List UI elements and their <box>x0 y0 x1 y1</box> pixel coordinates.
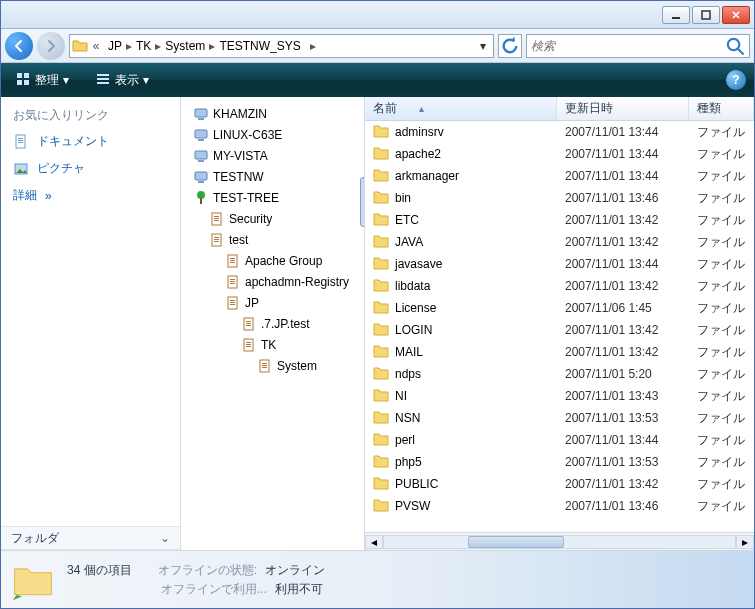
scroll-thumb[interactable] <box>468 536 564 548</box>
file-row[interactable]: NSN2007/11/01 13:53ファイル <box>365 407 754 429</box>
file-row[interactable]: MAIL2007/11/01 13:42ファイル <box>365 341 754 363</box>
breadcrumb-item[interactable]: JP <box>104 39 126 53</box>
organize-button[interactable]: 整理 ▾ <box>9 67 75 94</box>
back-button[interactable] <box>5 32 33 60</box>
breadcrumb-item[interactable]: System <box>161 39 209 53</box>
folder-icon <box>373 146 389 163</box>
breadcrumb-item[interactable]: TESTNW_SYS <box>215 39 304 53</box>
file-row[interactable]: arkmanager2007/11/01 13:44ファイル <box>365 165 754 187</box>
maximize-button[interactable] <box>692 6 720 24</box>
svg-rect-12 <box>18 140 23 141</box>
folder-icon <box>373 300 389 317</box>
file-row[interactable]: LOGIN2007/11/01 13:42ファイル <box>365 319 754 341</box>
folder-icon <box>373 432 389 449</box>
favorite-documents[interactable]: ドキュメント <box>1 128 180 155</box>
tree-node[interactable]: Security <box>181 208 364 229</box>
column-header-name[interactable]: 名前 ▴ <box>365 97 557 120</box>
file-name: ETC <box>395 213 419 227</box>
tree-label: MY-VISTA <box>213 149 268 163</box>
folder-icon <box>11 558 55 602</box>
refresh-button[interactable] <box>498 34 522 58</box>
file-type: ファイル <box>689 366 754 383</box>
file-name: libdata <box>395 279 430 293</box>
tree-node[interactable]: TK <box>181 334 364 355</box>
favorite-more[interactable]: 詳細 » <box>1 182 180 209</box>
file-name: bin <box>395 191 411 205</box>
file-name: NSN <box>395 411 420 425</box>
scroll-track[interactable] <box>383 535 736 549</box>
search-icon[interactable] <box>725 36 745 56</box>
tree-node[interactable]: apchadmn-Registry <box>181 271 364 292</box>
file-row[interactable]: JAVA2007/11/01 13:42ファイル <box>365 231 754 253</box>
tree-node[interactable]: TESTNW <box>181 166 364 187</box>
file-row[interactable]: ETC2007/11/01 13:42ファイル <box>365 209 754 231</box>
close-button[interactable] <box>722 6 750 24</box>
tree-node[interactable]: .7.JP.test <box>181 313 364 334</box>
file-row[interactable]: bin2007/11/01 13:46ファイル <box>365 187 754 209</box>
item-count: 34 個の項目 <box>67 562 132 579</box>
address-bar[interactable]: « JP▸TK▸System▸TESTNW_SYS ▸ ▾ <box>69 34 494 58</box>
file-row[interactable]: libdata2007/11/01 13:42ファイル <box>365 275 754 297</box>
file-row[interactable]: PVSW2007/11/01 13:46ファイル <box>365 495 754 517</box>
help-button[interactable]: ? <box>726 70 746 90</box>
scroll-right-button[interactable]: ▸ <box>736 535 754 549</box>
file-row[interactable]: perl2007/11/01 13:44ファイル <box>365 429 754 451</box>
svg-rect-52 <box>246 344 251 345</box>
svg-rect-10 <box>16 135 25 148</box>
tree-node[interactable]: JP <box>181 292 364 313</box>
tree-node[interactable]: TEST-TREE <box>181 187 364 208</box>
file-name: arkmanager <box>395 169 459 183</box>
file-row[interactable]: javasave2007/11/01 13:44ファイル <box>365 253 754 275</box>
tree-node[interactable]: Apache Group <box>181 250 364 271</box>
chevron-down-icon: » <box>45 189 52 203</box>
file-row[interactable]: php52007/11/01 13:53ファイル <box>365 451 754 473</box>
file-list[interactable]: adminsrv2007/11/01 13:44ファイルapache22007/… <box>365 121 754 532</box>
tree-node[interactable]: test <box>181 229 364 250</box>
file-row[interactable]: adminsrv2007/11/01 13:44ファイル <box>365 121 754 143</box>
file-type: ファイル <box>689 476 754 493</box>
folders-header[interactable]: フォルダ ⌄ <box>1 526 180 550</box>
favorite-pictures[interactable]: ピクチャ <box>1 155 180 182</box>
offline-state-value: オンライン <box>265 562 325 579</box>
chevron-down-icon: ⌄ <box>160 531 170 545</box>
svg-rect-39 <box>230 279 235 280</box>
folder-icon <box>373 234 389 251</box>
file-type: ファイル <box>689 454 754 471</box>
svg-rect-45 <box>230 304 235 305</box>
column-header-modified[interactable]: 更新日時 <box>557 97 689 120</box>
column-header-type[interactable]: 種類 <box>689 97 754 120</box>
address-dropdown-icon[interactable]: ▾ <box>475 39 491 53</box>
views-button[interactable]: 表示 ▾ <box>89 67 155 94</box>
svg-rect-0 <box>672 17 680 19</box>
search-input[interactable] <box>531 39 725 53</box>
registry-icon <box>257 358 273 374</box>
file-row[interactable]: License2007/11/06 1:45ファイル <box>365 297 754 319</box>
scroll-left-button[interactable]: ◂ <box>365 535 383 549</box>
file-row[interactable]: PUBLIC2007/11/01 13:42ファイル <box>365 473 754 495</box>
search-box[interactable] <box>526 34 750 58</box>
file-row[interactable]: NI2007/11/01 13:43ファイル <box>365 385 754 407</box>
history-dropdown-icon[interactable]: « <box>90 39 102 53</box>
favorite-label: ピクチャ <box>37 160 85 177</box>
tree-node[interactable]: System <box>181 355 364 376</box>
breadcrumb-item[interactable]: TK <box>132 39 155 53</box>
computer-icon <box>193 148 209 164</box>
documents-icon <box>13 134 29 150</box>
tree-node[interactable]: MY-VISTA <box>181 145 364 166</box>
file-date: 2007/11/01 13:42 <box>557 279 689 293</box>
chevron-right-icon[interactable]: ▸ <box>307 39 319 53</box>
file-date: 2007/11/01 13:42 <box>557 345 689 359</box>
tree-node[interactable]: KHAMZIN <box>181 103 364 124</box>
tree-node[interactable]: LINUX-C63E <box>181 124 364 145</box>
splitter-handle[interactable] <box>360 177 365 227</box>
svg-point-24 <box>197 191 205 199</box>
forward-button[interactable] <box>37 32 65 60</box>
horizontal-scrollbar: ◂ ▸ <box>365 532 754 550</box>
folder-icon <box>373 388 389 405</box>
registry-icon <box>241 337 257 353</box>
minimize-button[interactable] <box>662 6 690 24</box>
offline-use-key: オフラインで利用... <box>161 581 267 598</box>
file-row[interactable]: apache22007/11/01 13:44ファイル <box>365 143 754 165</box>
file-row[interactable]: ndps2007/11/01 5:20ファイル <box>365 363 754 385</box>
svg-rect-16 <box>195 109 207 117</box>
